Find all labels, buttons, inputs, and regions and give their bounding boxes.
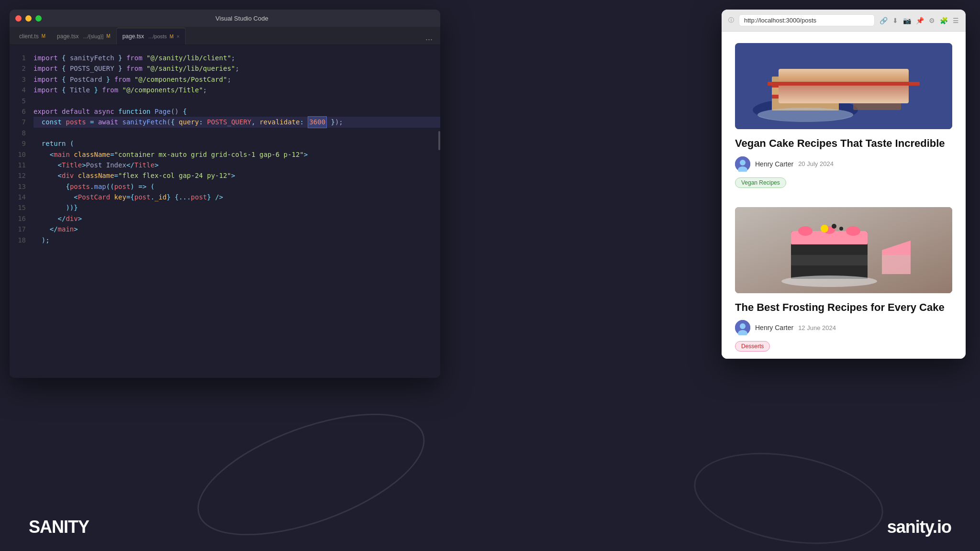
code-line-9: return ( [33,138,440,149]
svg-rect-3 [772,84,839,88]
svg-point-26 [839,227,843,231]
window-controls [15,15,42,22]
main-layout: Visual Studio Code client.ts M page.tsx … [0,0,980,551]
author-avatar-1 [735,156,750,172]
author-name-2: Henry Carter [755,324,793,331]
tab-more-button[interactable]: ··· [422,34,436,44]
bookmark-icon[interactable]: 📌 [915,16,925,25]
code-line-7: const posts = await sanityFetch({ query:… [33,117,440,127]
tab-modified-dot: M [170,34,174,39]
tab-modified-dot: M [106,33,110,39]
svg-rect-4 [772,88,839,99]
camera-icon[interactable]: 📷 [902,16,912,25]
window-title: Visual Studio Code [49,15,434,22]
svg-rect-9 [853,86,901,90]
svg-rect-8 [853,81,901,110]
code-line-10: <main className="container mx-auto grid … [33,149,440,160]
cake-image-vegan [735,43,952,129]
code-line-3: import { PostCard } from "@/components/P… [33,74,440,85]
puzzle-icon[interactable]: 🧩 [939,16,949,25]
browser-toolbar: 🔗 ⬇ 📷 📌 ⚙ 🧩 ☰ [879,16,960,25]
tab-label: page.tsx [57,33,78,40]
svg-point-18 [798,226,813,236]
tab-path: .../{slug}] [81,33,103,39]
author-name-1: Henry Carter [755,160,793,168]
code-line-2: import { POSTS_QUERY } from "@/sanity/li… [33,63,440,74]
browser-window: ⓘ http://localhost:3000/posts 🔗 ⬇ 📷 📌 ⚙ … [722,10,966,359]
svg-point-20 [846,226,860,236]
svg-rect-5 [772,95,839,99]
browser-content: Vegan Cake Recipes That Taste Incredible… [722,32,966,359]
svg-rect-10 [853,95,901,99]
sanity-logo-right: sanity.io [887,517,951,537]
code-line-1: import { sanityFetch } from "@/sanity/li… [33,53,440,63]
tab-page-posts[interactable]: page.tsx .../posts M × [116,28,186,44]
url-text: http://localhost:3000/posts [744,17,816,24]
post-tag-1[interactable]: Vegan Recipes [735,177,786,188]
code-line-12: <div className="flex flex-col gap-24 py-… [33,170,440,181]
download-icon[interactable]: ⬇ [891,16,899,25]
post-date-1: 20 July 2024 [798,160,834,167]
info-icon: ⓘ [727,16,735,24]
bottom-bar: SANITY sanity.io [0,503,980,551]
code-line-15: ))} [33,202,440,213]
post-title-1: Vegan Cake Recipes That Taste Incredible [735,137,952,151]
svg-rect-22 [791,255,868,266]
svg-point-31 [740,323,746,329]
code-line-11: <Title>Post Index</Title> [33,160,440,170]
svg-rect-2 [772,77,839,88]
code-line-4: import { Title } from "@/components/Titl… [33,85,440,95]
tab-bar: client.ts M page.tsx .../{slug}] M page.… [10,27,440,45]
svg-point-25 [832,224,836,229]
code-line-13: {posts.map((post) => ( [33,181,440,192]
code-editor[interactable]: import { sanityFetch } from "@/sanity/li… [33,45,440,378]
vscode-window: Visual Studio Code client.ts M page.tsx … [10,10,440,378]
post-meta-1: Henry Carter 20 July 2024 [735,156,952,172]
code-line-6: export default async function Page() { [33,106,440,117]
svg-rect-21 [791,244,868,256]
tab-label: page.tsx [122,33,144,40]
svg-point-12 [740,160,746,165]
svg-point-7 [757,108,853,122]
author-avatar-2 [735,320,750,335]
svg-point-24 [821,225,828,232]
tab-client[interactable]: client.ts M [13,28,51,44]
post-card-2: The Best Frosting Recipes for Every Cake… [735,207,952,352]
svg-point-27 [781,276,877,287]
post-meta-2: Henry Carter 12 June 2024 [735,320,952,335]
post-title-2: The Best Frosting Recipes for Every Cake [735,301,952,315]
browser-chrome: ⓘ http://localhost:3000/posts 🔗 ⬇ 📷 📌 ⚙ … [722,10,966,32]
line-numbers: 1 2 3 4 5 6 7 8 9 10 11 12 13 14 15 16 1 [10,45,33,378]
settings-icon[interactable]: ⚙ [928,16,936,25]
code-line-5 [33,96,440,106]
link-icon[interactable]: 🔗 [879,16,889,25]
url-bar[interactable]: http://localhost:3000/posts [739,14,875,26]
post-card-1: Vegan Cake Recipes That Taste Incredible… [735,43,952,188]
minimize-button[interactable] [25,15,32,22]
tab-page-slug[interactable]: page.tsx .../{slug}] M [51,28,116,44]
code-line-16: </div> [33,213,440,224]
editor-area: 1 2 3 4 5 6 7 8 9 10 11 12 13 14 15 16 1 [10,45,440,378]
tab-close-button[interactable]: × [177,33,179,39]
maximize-button[interactable] [35,15,42,22]
post-date-2: 12 June 2024 [798,324,836,331]
sanity-logo-left: SANITY [29,517,89,537]
post-tag-2[interactable]: Desserts [735,341,770,352]
titlebar: Visual Studio Code [10,10,440,27]
code-line-8 [33,128,440,138]
scrollbar[interactable] [438,131,440,150]
menu-icon[interactable]: ☰ [952,16,960,25]
code-line-18: ); [33,235,440,245]
tab-modified-dot: M [42,33,45,39]
cake-image-frosting [735,207,952,293]
code-line-14: <PostCard key={post._id} {...post} /> [33,192,440,202]
post-image-2 [735,207,952,293]
tab-path: .../posts [147,33,167,39]
tab-label: client.ts [19,33,39,40]
code-line-17: </main> [33,224,440,234]
code-container: 1 2 3 4 5 6 7 8 9 10 11 12 13 14 15 16 1 [10,45,440,378]
close-button[interactable] [15,15,22,22]
post-image-1 [735,43,952,129]
